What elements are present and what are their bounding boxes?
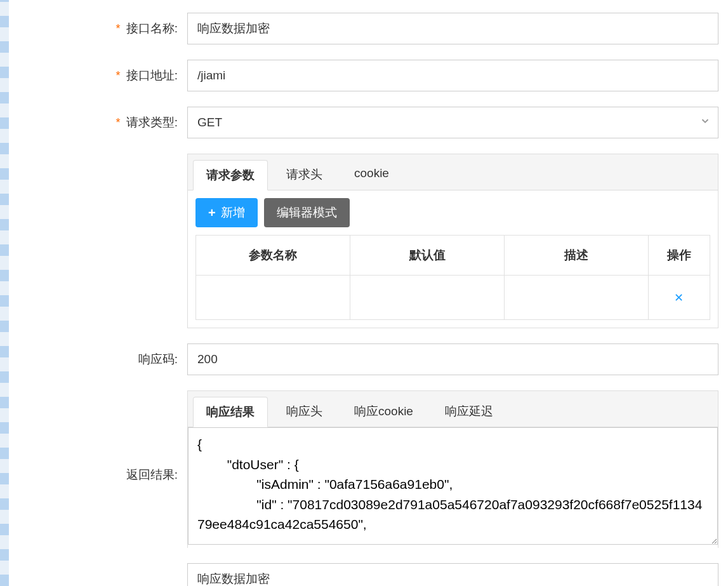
editor-mode-button[interactable]: 编辑器模式 [264, 198, 350, 227]
params-table: 参数名称 默认值 描述 操作 ✕ [195, 235, 710, 320]
return-result-textarea[interactable] [188, 427, 718, 545]
tab-response-headers[interactable]: 响应头 [273, 396, 336, 427]
tab-response-result[interactable]: 响应结果 [193, 397, 268, 427]
cell-desc[interactable] [505, 276, 649, 320]
interface-url-input[interactable] [187, 60, 718, 91]
response-code-input[interactable] [187, 343, 718, 375]
tab-request-cookie[interactable]: cookie [341, 159, 402, 190]
plus-icon: + [208, 206, 216, 220]
cell-default[interactable] [350, 276, 505, 320]
label-return-result: 返回结果: [10, 390, 187, 483]
label-request-type: * 请求类型: [10, 107, 187, 131]
tab-response-cookie[interactable]: 响应cookie [341, 396, 427, 427]
left-edge-decoration [0, 0, 9, 586]
col-desc: 描述 [505, 236, 649, 276]
tab-response-delay[interactable]: 响应延迟 [432, 396, 506, 427]
response-tabs-panel: 响应结果 响应头 响应cookie 响应延迟 [187, 390, 718, 548]
label-request-params-blank [10, 154, 187, 161]
col-param-name: 参数名称 [196, 236, 350, 276]
label-interface-url: * 接口地址: [10, 60, 187, 84]
label-bottom-blank [10, 563, 187, 571]
cell-param-name[interactable] [196, 276, 350, 320]
tab-request-headers[interactable]: 请求头 [273, 159, 336, 190]
col-action: 操作 [648, 236, 710, 276]
required-marker: * [116, 69, 120, 82]
bottom-description-input[interactable] [187, 563, 718, 586]
label-response-code: 响应码: [10, 343, 187, 368]
request-type-select[interactable] [187, 107, 718, 138]
close-icon[interactable]: ✕ [674, 291, 684, 304]
label-interface-name: * 接口名称: [10, 13, 187, 37]
col-default: 默认值 [350, 236, 505, 276]
add-button[interactable]: + 新增 [195, 198, 258, 227]
required-marker: * [116, 22, 120, 35]
table-row: ✕ [196, 276, 710, 320]
interface-name-input[interactable] [187, 13, 718, 44]
request-tabs-panel: 请求参数 请求头 cookie + 新增 编辑器模式 [187, 154, 718, 328]
add-button-label: 新增 [221, 204, 245, 221]
tab-request-params[interactable]: 请求参数 [193, 160, 268, 190]
required-marker: * [116, 116, 120, 129]
